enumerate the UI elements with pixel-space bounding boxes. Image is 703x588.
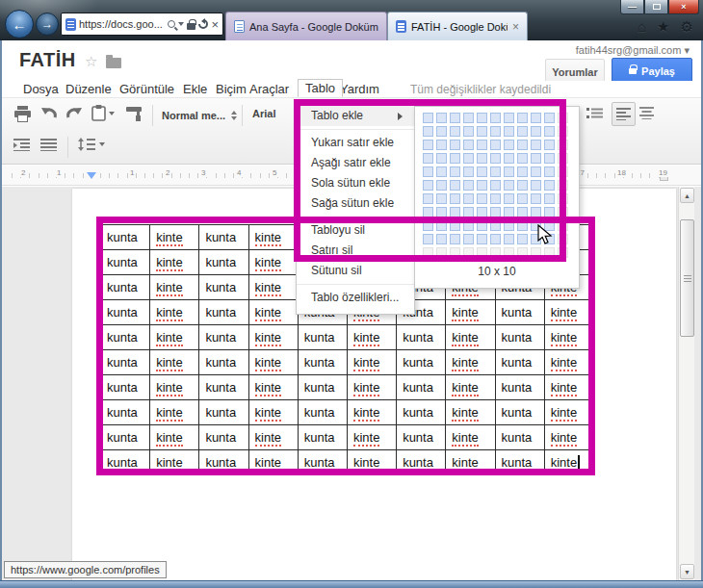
grid-cell[interactable] (504, 193, 514, 204)
grid-cell[interactable] (423, 126, 433, 137)
grid-cell[interactable] (423, 180, 433, 191)
grid-cell[interactable] (463, 193, 474, 204)
menu-ekle[interactable]: Ekle (179, 81, 211, 97)
menu-item-a-a-sat-r-ekle[interactable]: Aşağı satır ekle (297, 153, 414, 173)
grid-cell[interactable] (436, 153, 447, 164)
grid-cell[interactable] (558, 113, 568, 123)
grid-cell[interactable] (463, 234, 474, 244)
grid-cell[interactable] (517, 220, 528, 231)
table-cell[interactable]: kunta (298, 400, 347, 425)
web-clipboard-button[interactable] (91, 105, 115, 121)
menu-item-tabloyu-sil[interactable]: Tabloyu sil (297, 220, 414, 241)
grid-cell[interactable] (544, 207, 555, 217)
grid-cell[interactable] (423, 140, 433, 150)
table-cell[interactable]: kunta (101, 275, 150, 300)
table-cell[interactable]: kinte (347, 325, 396, 350)
grid-cell[interactable] (477, 207, 487, 217)
table-cell[interactable]: kinte (150, 425, 199, 450)
grid-cell[interactable] (477, 193, 487, 204)
grid-cell[interactable] (558, 180, 568, 191)
table-cell[interactable]: kunta (298, 450, 347, 475)
table-cell[interactable]: kunta (397, 350, 446, 375)
table-cell[interactable]: kinte (446, 350, 495, 375)
table-cell[interactable]: kinte (248, 275, 298, 300)
table-cell[interactable]: kinte (544, 450, 593, 475)
table-cell[interactable]: kinte (347, 350, 396, 375)
grid-cell[interactable] (490, 207, 501, 217)
grid-cell[interactable] (477, 140, 487, 150)
table-cell[interactable]: kinte (248, 450, 298, 475)
table-cell[interactable]: kunta (199, 300, 248, 325)
table-cell[interactable]: kunta (298, 325, 347, 350)
styles-selector[interactable]: Normal me... (162, 108, 237, 123)
grid-cell[interactable] (436, 166, 447, 177)
table-cell[interactable]: kunta (495, 350, 544, 375)
grid-cell[interactable] (423, 113, 433, 123)
grid-cell[interactable] (504, 220, 514, 231)
table-cell[interactable]: kunta (397, 325, 446, 350)
grid-cell[interactable] (544, 166, 555, 177)
table-cell[interactable]: kunta (199, 350, 248, 375)
decrease-indent-button[interactable] (13, 139, 30, 151)
table-cell[interactable]: kinte (446, 300, 495, 325)
grid-cell[interactable] (463, 126, 474, 137)
gear-icon[interactable]: ⚙ (681, 18, 693, 36)
grid-cell[interactable] (477, 234, 487, 244)
grid-cell[interactable] (450, 113, 460, 123)
stop-icon[interactable]: × (211, 18, 219, 31)
scroll-down-button[interactable]: ▼ (680, 564, 694, 579)
grid-cell[interactable] (558, 220, 568, 231)
table-cell[interactable]: kinte (150, 250, 199, 275)
menu-g-r-nt-le[interactable]: Görüntüle (116, 81, 178, 97)
table-cell[interactable]: kunta (199, 325, 248, 350)
table-cell[interactable]: kunta (199, 250, 248, 275)
grid-cell[interactable] (558, 207, 568, 217)
align-center-button[interactable] (639, 107, 654, 119)
grid-cell[interactable] (517, 166, 528, 177)
grid-cell[interactable] (504, 153, 514, 164)
url-text[interactable]: https://docs.goo... (79, 18, 165, 30)
document-title[interactable]: FATİH (19, 49, 76, 71)
grid-cell[interactable] (531, 140, 541, 150)
table-cell[interactable]: kunta (495, 450, 544, 475)
table-cell[interactable]: kinte (347, 450, 396, 475)
table-cell[interactable]: kinte (544, 300, 593, 325)
grid-cell[interactable] (477, 166, 487, 177)
account-menu[interactable]: fatih44srg@gmail.com ▾ (576, 44, 690, 57)
table-cell[interactable]: kunta (199, 400, 248, 425)
grid-cell[interactable] (463, 247, 474, 258)
grid-cell[interactable] (477, 180, 487, 191)
bulleted-list-button[interactable] (586, 107, 603, 119)
table-cell[interactable]: kinte (150, 375, 199, 400)
grid-cell[interactable] (544, 113, 555, 123)
table-cell[interactable]: kinte (248, 425, 298, 450)
table-cell[interactable]: kunta (495, 325, 544, 350)
grid-cell[interactable] (504, 126, 514, 137)
table-cell[interactable]: kunta (495, 300, 544, 325)
favorites-star-icon[interactable]: ★ (657, 18, 669, 36)
table-cell[interactable]: kinte (248, 400, 298, 425)
grid-cell[interactable] (544, 126, 555, 137)
scrollbar-thumb[interactable] (680, 219, 694, 337)
table-cell[interactable]: kunta (101, 350, 150, 375)
star-icon[interactable]: ☆ (85, 53, 97, 70)
tab-fatih[interactable]: FATİH - Google Dokümanlar × (387, 12, 528, 40)
table-cell[interactable]: kunta (101, 425, 150, 450)
table-cell[interactable]: kunta (298, 425, 347, 450)
grid-cell[interactable] (531, 207, 541, 217)
menu-item-tablo-ekle[interactable]: Tablo ekle (297, 106, 414, 126)
grid-cell[interactable] (436, 113, 447, 123)
grid-cell[interactable] (558, 153, 568, 164)
grid-cell[interactable] (517, 113, 528, 123)
grid-cell[interactable] (436, 207, 447, 217)
menu-ara-lar[interactable]: Araçlar (246, 81, 293, 97)
table-cell[interactable]: kinte (150, 300, 199, 325)
tab-close-icon[interactable]: × (512, 20, 519, 34)
table-cell[interactable]: kunta (298, 375, 347, 400)
grid-cell[interactable] (423, 207, 433, 217)
grid-cell[interactable] (504, 140, 514, 150)
grid-cell[interactable] (463, 180, 474, 191)
grid-cell[interactable] (450, 247, 460, 258)
menu-bi-im[interactable]: Biçim (212, 81, 250, 97)
indent-marker-left[interactable] (87, 172, 96, 184)
